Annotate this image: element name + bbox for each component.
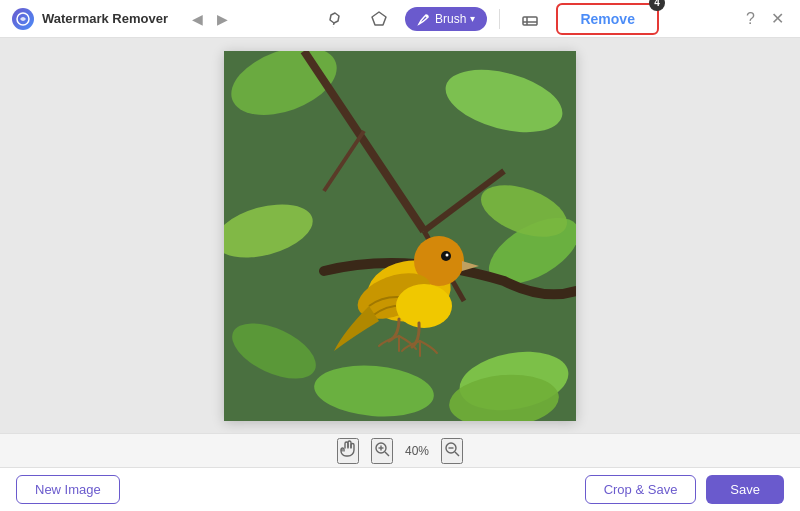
zoom-in-button[interactable] bbox=[371, 438, 393, 464]
statusbar: 40% bbox=[0, 433, 800, 467]
help-button[interactable]: ? bbox=[742, 6, 759, 32]
svg-line-26 bbox=[385, 452, 389, 456]
app-title: Watermark Remover bbox=[42, 11, 168, 26]
undo-button[interactable]: ◀ bbox=[186, 7, 209, 31]
save-button[interactable]: Save bbox=[706, 475, 784, 504]
titlebar-left: Watermark Remover ◀ ▶ bbox=[12, 7, 234, 31]
eraser-tool-button[interactable] bbox=[512, 5, 548, 33]
svg-line-29 bbox=[455, 452, 459, 456]
remove-badge: 4 bbox=[649, 0, 665, 11]
zoom-out-button[interactable] bbox=[441, 438, 463, 464]
toolbar-divider bbox=[499, 9, 500, 29]
titlebar: Watermark Remover ◀ ▶ Brush ▾ bbox=[0, 0, 800, 38]
svg-rect-2 bbox=[523, 17, 537, 25]
bird-image bbox=[224, 51, 576, 421]
svg-point-17 bbox=[396, 284, 452, 328]
footer-right: Crop & Save Save bbox=[585, 475, 784, 504]
crop-save-button[interactable]: Crop & Save bbox=[585, 475, 697, 504]
remove-button[interactable]: Remove bbox=[556, 3, 658, 35]
main-area bbox=[0, 38, 800, 433]
bird-illustration bbox=[224, 51, 576, 421]
brush-tool-button[interactable]: Brush ▾ bbox=[405, 7, 487, 31]
new-image-button[interactable]: New Image bbox=[16, 475, 120, 504]
brush-label: Brush bbox=[435, 12, 466, 26]
brush-chevron: ▾ bbox=[470, 13, 475, 24]
close-icon: ✕ bbox=[771, 10, 784, 27]
titlebar-right: ? ✕ bbox=[742, 5, 788, 32]
nav-buttons: ◀ ▶ bbox=[186, 7, 234, 31]
help-icon: ? bbox=[746, 10, 755, 27]
lasso-tool-button[interactable] bbox=[317, 5, 353, 33]
toolbar-center: Brush ▾ 4 Remove bbox=[317, 3, 659, 35]
polygon-tool-button[interactable] bbox=[361, 5, 397, 33]
app-logo bbox=[12, 8, 34, 30]
image-canvas bbox=[224, 51, 576, 421]
remove-button-wrapper: 4 Remove bbox=[556, 3, 658, 35]
redo-button[interactable]: ▶ bbox=[211, 7, 234, 31]
svg-point-19 bbox=[446, 253, 449, 256]
close-button[interactable]: ✕ bbox=[767, 5, 788, 32]
zoom-level: 40% bbox=[405, 444, 429, 458]
hand-tool-button[interactable] bbox=[337, 438, 359, 464]
svg-point-1 bbox=[426, 14, 429, 17]
footer: New Image Crop & Save Save bbox=[0, 467, 800, 511]
